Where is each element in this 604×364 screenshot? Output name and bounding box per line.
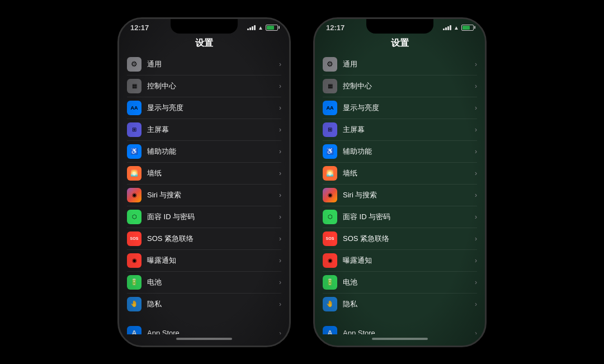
display-icon: AA — [323, 101, 337, 115]
chevron-icon: › — [279, 148, 281, 155]
list-item[interactable]: ♿ 辅助功能 › — [127, 141, 281, 163]
list-item[interactable]: A App Store › — [323, 323, 477, 334]
list-item[interactable]: ♿ 辅助功能 › — [323, 141, 477, 163]
list-item[interactable]: SOS SOS 紧急联络 › — [127, 228, 281, 250]
list-item[interactable]: AA 显示与亮度 › — [323, 97, 477, 119]
list-item[interactable]: ⊞ 主屏幕 › — [127, 119, 281, 141]
chevron-icon: › — [279, 278, 281, 286]
status-time: 12:17 — [130, 23, 149, 32]
display-label: 显示与亮度 — [147, 103, 279, 113]
general-icon: ⚙ — [127, 57, 141, 72]
chevron-icon: › — [475, 104, 477, 112]
home-indicator-green — [315, 334, 485, 346]
battery-setting-icon: 🔋 — [323, 275, 337, 290]
display-label: 显示与亮度 — [343, 103, 475, 113]
privacy-label: 隐私 — [343, 299, 475, 309]
list-item[interactable]: ▦ 控制中心 › — [323, 75, 477, 97]
list-item[interactable]: ◉ 曝露通知 › — [323, 250, 477, 272]
dark-phone: 12:17 ▲ 设置 ⚙ 通用 — [117, 17, 291, 347]
chevron-icon: › — [475, 126, 477, 134]
wallpaper-icon: 🌅 — [323, 166, 337, 181]
chevron-icon: › — [279, 257, 281, 264]
settings-list-dark: ⚙ 通用 › ▦ 控制中心 › AA 显示与亮度 › ⊞ 主屏幕 › — [119, 54, 289, 334]
chevron-icon: › — [279, 104, 281, 112]
appstore-icon: A — [127, 326, 141, 334]
general-icon: ⚙ — [323, 57, 337, 72]
wallpaper-label: 墙纸 — [147, 168, 279, 178]
list-item[interactable]: ◉ Siri 与搜索 › — [323, 185, 477, 206]
siri-label: Siri 与搜索 — [147, 190, 279, 200]
list-item[interactable]: 🔋 电池 › — [127, 272, 281, 294]
homescreen-icon: ⊞ — [127, 122, 141, 137]
sos-icon: SOS — [127, 231, 141, 246]
faceid-icon: ⬡ — [127, 210, 141, 224]
chevron-icon: › — [279, 213, 281, 221]
dark-phone-wrapper: 12:17 ▲ 设置 ⚙ 通用 — [117, 17, 291, 347]
list-item[interactable]: A App Store › — [127, 323, 281, 334]
chevron-icon: › — [475, 329, 477, 334]
chevron-icon: › — [475, 300, 477, 308]
siri-label: Siri 与搜索 — [343, 190, 475, 200]
chevron-icon: › — [475, 169, 477, 177]
settings-group-1-green: ⚙ 通用 › ▦ 控制中心 › AA 显示与亮度 › ⊞ 主屏幕 › — [323, 54, 477, 315]
home-bar — [176, 338, 232, 340]
notch — [171, 19, 238, 34]
control-label: 控制中心 — [147, 81, 279, 91]
green-phone: 12:17 ▲ 设置 ⚙ 通用 — [313, 17, 487, 347]
faceid-label: 面容 ID 与密码 — [147, 212, 279, 222]
general-label: 通用 — [147, 59, 279, 69]
list-item[interactable]: ◉ 曝露通知 › — [127, 250, 281, 272]
list-item[interactable]: ▦ 控制中心 › — [127, 75, 281, 97]
home-indicator — [119, 334, 289, 346]
list-item[interactable]: ⬡ 面容 ID 与密码 › — [127, 206, 281, 228]
signal-icon — [247, 25, 256, 30]
privacy-icon: 🤚 — [323, 297, 337, 311]
list-item[interactable]: 🌅 墙纸 › — [127, 163, 281, 185]
wallpaper-icon: 🌅 — [127, 166, 141, 181]
chevron-icon: › — [475, 148, 477, 155]
list-item[interactable]: SOS SOS 紧急联络 › — [323, 228, 477, 250]
exposure-icon: ◉ — [323, 253, 337, 268]
battery-fill — [267, 26, 274, 30]
list-item[interactable]: ⚙ 通用 › — [127, 54, 281, 75]
status-icons-green: ▲ — [443, 25, 474, 31]
battery-setting-icon: 🔋 — [127, 275, 141, 290]
exposure-icon: ◉ — [127, 253, 141, 268]
list-item[interactable]: 🤚 隐私 › — [127, 294, 281, 315]
appstore-icon: A — [323, 326, 337, 334]
list-item[interactable]: ⊞ 主屏幕 › — [323, 119, 477, 141]
list-item[interactable]: AA 显示与亮度 › — [127, 97, 281, 119]
faceid-label: 面容 ID 与密码 — [343, 212, 475, 222]
homescreen-icon: ⊞ — [323, 122, 337, 137]
sos-label: SOS 紧急联络 — [147, 234, 279, 244]
list-item[interactable]: ◉ Siri 与搜索 › — [127, 185, 281, 206]
battery-fill-green — [463, 26, 470, 30]
chevron-icon: › — [279, 191, 281, 199]
chevron-icon: › — [475, 82, 477, 90]
chevron-icon: › — [475, 235, 477, 243]
chevron-icon: › — [279, 60, 281, 68]
accessibility-label: 辅助功能 — [147, 146, 279, 157]
chevron-icon: › — [475, 278, 477, 286]
list-item[interactable]: ⬡ 面容 ID 与密码 › — [323, 206, 477, 228]
battery-label: 电池 — [343, 277, 475, 287]
wifi-icon: ▲ — [258, 25, 263, 31]
list-item[interactable]: ⚙ 通用 › — [323, 54, 477, 75]
control-label: 控制中心 — [343, 81, 475, 91]
settings-group-2-green: A App Store › ▬ 钱包与 Apple Pay › — [323, 323, 477, 334]
list-item[interactable]: 🌅 墙纸 › — [323, 163, 477, 185]
chevron-icon: › — [279, 169, 281, 177]
sos-icon: SOS — [323, 231, 337, 246]
general-label: 通用 — [343, 59, 475, 69]
signal-icon — [443, 25, 451, 30]
list-item[interactable]: 🔋 电池 › — [323, 272, 477, 294]
display-icon: AA — [127, 101, 141, 115]
settings-group-1-dark: ⚙ 通用 › ▦ 控制中心 › AA 显示与亮度 › ⊞ 主屏幕 › — [127, 54, 281, 315]
chevron-icon: › — [279, 329, 281, 334]
battery-icon — [266, 25, 278, 31]
status-time-green: 12:17 — [326, 23, 345, 32]
accessibility-icon: ♿ — [323, 144, 337, 159]
list-item[interactable]: 🤚 隐私 › — [323, 294, 477, 315]
notch — [366, 19, 433, 34]
group-divider — [127, 318, 281, 323]
